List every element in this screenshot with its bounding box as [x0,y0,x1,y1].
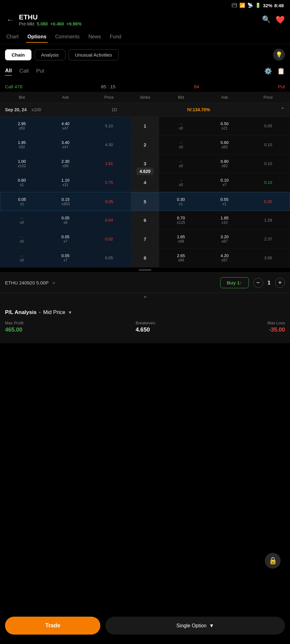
call-bid-5: 0.05 x1 [0,192,44,211]
expiry-expand-icon[interactable]: ⌃ [280,106,285,113]
chain-tab-analysis[interactable]: Analysis [35,49,65,60]
back-button[interactable]: ← [5,14,15,25]
put-ask-4: 0.10 x7 [203,173,247,192]
call-price-3: 1.81 [87,154,131,173]
status-icons: 📳 📶 📡 🔋 32% 8:48 [231,3,284,8]
options-row-strike-7[interactable]: -- x0 0.05 x7 0.02 7 1.65 x99 3.20 x87 2… [0,230,290,249]
options-row-strike-5[interactable]: 0.05 x1 0.15 x303 0.05 5 0.30 x1 0.55 x1… [0,192,290,211]
status-bar: 📳 📶 📡 🔋 32% 8:48 [0,0,290,11]
ratio-row: Call 478 85 : 15 84 Put [0,82,290,92]
chain-tab-bar: Chain Analysis Unusual Activities 💡 [0,44,290,65]
option-type-all[interactable]: All [5,66,12,76]
header: ← ETHU Pre-Mkt 5.080 +0.460 +9.96% 🔍 ❤️ [0,11,290,30]
search-icon[interactable]: 🔍 [262,15,270,24]
battery-icon: 🔋 [255,3,261,8]
put-price-2: 0.10 [246,135,290,154]
call-bid-4: 0.60 x1 [0,173,44,192]
put-price-3: 0.10 [246,154,290,173]
collapse-row[interactable]: ⌃ [0,293,290,304]
options-row-strike-4[interactable]: 0.60 x1 1.10 x31 0.75 4.620 4 -- x0 0.10… [0,173,290,192]
filter-icon[interactable]: ⚙️ [264,67,272,75]
col-header-put-price: Price [246,95,290,100]
put-price-7: 2.37 [246,230,290,248]
pl-breakeven-label: Breakeven [136,321,155,325]
pl-max-loss-label: Max Loss [267,321,285,325]
current-price-badge: 4.620 [136,168,153,175]
option-type-row: All Call Put ⚙️ 📋 [0,65,290,80]
expiry-info: Sep 20, 24 x100 [5,107,41,112]
call-ask-1: 4.40 x47 [44,117,87,135]
call-ask-5: 0.15 x303 [44,192,87,211]
pl-breakeven: Breakeven 4.650 [136,321,155,333]
options-row-strike-2[interactable]: 1.95 x50 3.40 x47 4.30 2 -- x0 0.60 x83 … [0,135,290,154]
tab-news[interactable]: News [87,31,102,43]
single-option-dropdown-icon: ▼ [209,623,214,629]
put-price-1: 0.05 [246,117,290,135]
col-header-strike: Strike [131,95,159,100]
option-type-call[interactable]: Call [20,67,29,75]
put-price-6: 1.29 [246,211,290,229]
quantity-decrease-button[interactable]: − [253,278,263,288]
scroll-hint [0,267,290,272]
options-table-header: Bid Ask Price Strike Bid Ask Price [0,92,290,103]
pl-breakeven-value: 4.650 [136,327,155,333]
put-ask-2: 0.60 x83 [203,135,247,154]
selected-option-arrow: > [52,280,55,285]
single-option-button[interactable]: Single Option ▼ [105,617,285,635]
pl-title: P/L Analysis [5,309,36,316]
scroll-dot [139,269,151,271]
pl-max-profit-label: Max Profit [5,321,24,325]
option-type-put[interactable]: Put [36,67,44,75]
options-row-strike-1[interactable]: 2.95 x50 4.40 x47 5.10 1 -- x0 0.50 x21 … [0,117,290,135]
put-price-4: 0.10 [246,173,290,192]
favorite-icon[interactable]: ❤️ [276,15,285,24]
call-price-1: 5.10 [87,117,131,135]
tab-comments[interactable]: Comments [54,31,81,43]
options-row-strike-6[interactable]: -- x0 0.05 x8 0.04 6 0.70 x125 1.85 x10 … [0,211,290,230]
pl-price-type: Mid Price [43,309,65,316]
brightness-icon: 💡 [276,51,282,58]
tab-options[interactable]: Options [26,31,47,43]
pl-separator: · [39,309,41,316]
put-count: 84 [194,84,199,89]
copy-icon[interactable]: 📋 [277,67,285,75]
put-bid-7: 1.65 x99 [159,230,203,248]
call-price-7: 0.02 [87,230,131,248]
call-price-4: 0.75 [87,173,131,192]
tab-chart[interactable]: Chart [5,31,20,43]
call-count: 478 [14,84,22,89]
chain-tab-unusual[interactable]: Unusual Activities [69,49,119,60]
chain-tab-chain[interactable]: Chain [5,49,31,60]
strike-4: 4.620 4 [131,173,159,192]
strike-1: 1 [131,117,159,135]
put-ask-8: 4.20 x87 [203,249,247,267]
collapse-icon[interactable]: ⌃ [142,295,148,302]
quantity-increase-button[interactable]: + [275,278,285,288]
ticker-price-row: Pre-Mkt 5.080 +0.460 +9.96% [19,21,258,26]
put-bid-2: -- x0 [159,135,203,154]
put-ask-3: 0.80 x82 [203,154,247,173]
lock-button[interactable]: 🔒 [265,553,281,569]
expiry-row[interactable]: Sep 20, 24 x100 1D IV:134.70% ⌃ [0,103,290,117]
brightness-button[interactable]: 💡 [273,49,285,61]
battery-pct: 32% [263,3,272,8]
pl-max-profit-value: 465.00 [5,327,24,333]
put-bid-6: 0.70 x125 [159,211,203,229]
order-controls: Buy 1↑ − 1 + [220,277,285,288]
pre-market-label: Pre-Mkt [19,21,34,26]
put-bid-1: -- x0 [159,117,203,135]
pl-dropdown-icon[interactable]: ▼ [68,310,72,315]
header-icons: 🔍 ❤️ [262,15,285,24]
put-ask-1: 0.50 x21 [203,117,247,135]
buy-button[interactable]: Buy 1↑ [220,277,248,288]
main-tab-nav: Chart Options Comments News Fund [0,30,290,44]
strike-2: 2 [131,135,159,154]
col-header-put-ask: Ask [203,95,247,100]
quantity-value: 1 [268,280,270,286]
pl-max-loss: Max Loss -35.00 [267,321,285,333]
trade-button[interactable]: Trade [5,617,100,635]
call-price-2: 4.30 [87,135,131,154]
ticker-price: 5.080 [37,21,48,26]
options-row-strike-8[interactable]: -- x0 0.05 x7 0.05 8 2.65 x99 4.20 x87 3… [0,249,290,267]
tab-fund[interactable]: Fund [109,31,122,43]
